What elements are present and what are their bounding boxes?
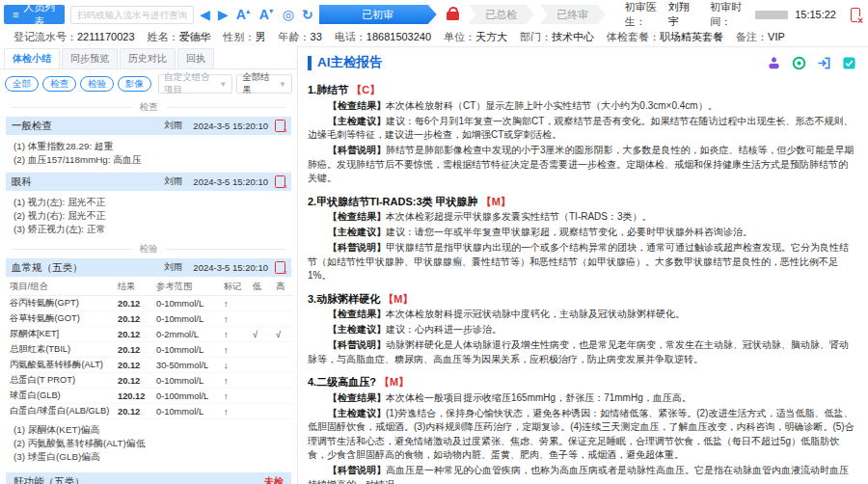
filter-pill[interactable]: 检查 bbox=[42, 76, 76, 92]
exam-item-header[interactable]: 血常规（五类）刘雨2024-3-5 15:20:10 bbox=[6, 258, 291, 277]
cell-low-flag bbox=[252, 342, 275, 358]
status-item[interactable]: 肝功能（五类）未检 bbox=[6, 472, 291, 484]
result-filter-select[interactable]: 全部结果 ▼ bbox=[236, 74, 292, 94]
cell-result: 20.12 bbox=[117, 342, 155, 358]
filter-pill[interactable]: 影像 bbox=[118, 76, 151, 92]
cell-result: 20.12 bbox=[117, 404, 155, 419]
cell-result: 20.12 bbox=[117, 358, 155, 373]
person-list-button[interactable]: ≡ 人员列表 bbox=[4, 5, 65, 24]
clipboard-check-icon[interactable] bbox=[842, 56, 856, 70]
report-paragraph: 【检查结果】本次体检彩超提示甲状腺多发囊实性结节（TI-RADS：3类）。 bbox=[308, 210, 856, 225]
exam-item-header[interactable]: 一般检查刘雨2024-3-5 15:20:10 bbox=[6, 117, 291, 135]
cell-high-flag bbox=[275, 296, 294, 311]
report-paragraph: 【检查结果】本次体检一般项目提示收缩压165mmHg，舒张压：71mmHg，血压… bbox=[308, 391, 856, 406]
cell-item-name: 球蛋白(GLB) bbox=[9, 389, 117, 404]
cell-high-flag bbox=[275, 311, 294, 327]
export-cancel-icon[interactable] bbox=[851, 8, 860, 22]
cell-high-flag bbox=[275, 342, 294, 358]
left-tab[interactable]: 历史对比 bbox=[120, 48, 176, 68]
cell-high-flag bbox=[275, 373, 294, 389]
arrow-up-icon: ↑ bbox=[223, 342, 252, 358]
cell-range: 0-10mmol/L bbox=[155, 373, 223, 389]
cell-low-flag bbox=[252, 389, 275, 404]
cell-item-name: 丙氨酸氨基转移酶(ALT) bbox=[9, 358, 117, 373]
cell-item-name: 谷草转氨酶(GOT) bbox=[9, 311, 117, 327]
table-header-cell: 高 bbox=[275, 279, 294, 296]
table-row: 总胆红素(TBIL)20.120-10mmol/L↑ bbox=[9, 342, 294, 358]
patient-field: 姓名：爱德华 bbox=[148, 30, 211, 44]
next-record-icon[interactable]: ▶ bbox=[218, 8, 229, 21]
robot-icon[interactable] bbox=[767, 56, 781, 70]
patient-field-label: 备注： bbox=[736, 31, 768, 42]
table-row: 球蛋白(GLB)120.120-100mmol/L↑ bbox=[9, 389, 294, 404]
status-step-final-review[interactable]: 已终审 bbox=[540, 5, 606, 24]
cell-range: 30-50mmol/L bbox=[155, 358, 223, 373]
exam-time: 2024-3-5 15:20:10 bbox=[193, 262, 268, 273]
exam-item-header[interactable]: 眼科刘雨2024-3-5 15:20:10 bbox=[6, 173, 291, 191]
section-divider: 检查 bbox=[12, 101, 285, 114]
table-row: 丙氨酸氨基转移酶(ALT)20.1230-50mmol/L↓ bbox=[9, 358, 294, 373]
arrow-up-icon: ↑ bbox=[223, 311, 252, 327]
prev-record-icon[interactable]: ◀ bbox=[200, 8, 210, 21]
combo-project-select[interactable]: 自定义组合项目 ▼ bbox=[158, 74, 232, 94]
abnormal-report-icon[interactable] bbox=[275, 261, 285, 274]
patient-field-label: 年龄： bbox=[279, 31, 311, 42]
cell-low-flag bbox=[252, 311, 275, 327]
title-accent-bar bbox=[308, 56, 312, 70]
cell-range: 0-10mmol/L bbox=[155, 404, 223, 419]
refresh-icon[interactable]: ↻ bbox=[302, 8, 313, 21]
filter-pill[interactable]: 全部 bbox=[5, 76, 39, 92]
font-decrease-icon[interactable]: A▼ bbox=[259, 8, 275, 21]
status-step-summary[interactable]: 已总检 bbox=[469, 5, 534, 24]
font-increase-icon[interactable]: A▲ bbox=[236, 8, 252, 21]
chevron-down-icon: ▼ bbox=[279, 80, 286, 89]
patient-field: 年龄：33 bbox=[279, 30, 322, 44]
report-title: AI主检报告 bbox=[317, 54, 383, 71]
left-tab[interactable]: 回执 bbox=[177, 48, 214, 68]
cell-item-name: 尿酮体[KET] bbox=[9, 327, 117, 342]
search-input[interactable] bbox=[70, 6, 194, 24]
review-date-redacted bbox=[755, 11, 788, 19]
ai-circle-icon[interactable] bbox=[792, 56, 806, 70]
report-body: 1.肺结节【C】【检查结果】本次体检放射科（CT）显示左肺上叶小实性结节（大小约… bbox=[308, 83, 856, 484]
patient-field-value: VIP bbox=[768, 31, 785, 42]
combo-project-select-value: 自定义组合项目 bbox=[164, 71, 216, 96]
report-item-title: 4.二级高血压?【M】 bbox=[308, 375, 856, 390]
report-item-tag: 【M】 bbox=[383, 293, 413, 305]
app-root: ≡ 人员列表 ◀ ▶ A▲ A▼ ◎ ↻ 已初审 已总检 已终审 初审医生： 刘… bbox=[0, 0, 868, 484]
exam-result-lines: (1) 视力(左): 屈光不正(2) 视力(右): 屈光不正(3) 矫正视力(左… bbox=[4, 193, 293, 240]
table-row: 总蛋白(T PROT)20.120-10mmol/L↑ bbox=[9, 373, 294, 389]
exam-result-line: (3) 球蛋白(GLB)偏高 bbox=[14, 450, 284, 464]
arrow-up-icon: ↑ bbox=[223, 389, 252, 404]
exam-result-line: (2) 视力(右): 屈光不正 bbox=[14, 209, 284, 223]
patient-field-label: 单位： bbox=[444, 31, 475, 42]
exam-item-title: 一般检查 bbox=[12, 120, 52, 133]
abnormal-report-icon[interactable] bbox=[275, 120, 285, 132]
patient-field-label: 姓名： bbox=[148, 31, 179, 42]
abnormal-report-icon[interactable] bbox=[275, 175, 285, 188]
exam-result-lines: (1) 体重指数28.29: 超重(2) 血压157/118mmHg: 高血压 bbox=[4, 137, 293, 171]
filter-pill[interactable]: 检验 bbox=[80, 76, 114, 92]
report-panel: AI主检报告 bbox=[298, 45, 868, 484]
arrow-up-icon: ↑ bbox=[223, 327, 252, 342]
locate-icon[interactable]: ◎ bbox=[283, 8, 294, 21]
status-item-title: 肝功能（五类） bbox=[14, 475, 85, 484]
report-paragraph-label: 【检查结果】 bbox=[328, 309, 386, 319]
cell-high-flag bbox=[275, 389, 294, 404]
report-item-title: 3.动脉粥样硬化【M】 bbox=[308, 292, 856, 307]
import-icon[interactable] bbox=[817, 56, 831, 70]
status-step-first-review[interactable]: 已初审 bbox=[319, 5, 437, 24]
lock-icon[interactable] bbox=[447, 12, 459, 20]
patient-field-value: 2211170023 bbox=[77, 31, 135, 42]
patient-field: 单位：天方大 bbox=[444, 30, 507, 44]
table-row: 尿酮体[KET]20.120-2mmol/L↑√√ bbox=[9, 327, 294, 342]
patient-field: 电话：18681503240 bbox=[335, 30, 431, 44]
report-paragraph-label: 【科普说明】 bbox=[328, 465, 386, 475]
left-tab[interactable]: 体检小结 bbox=[4, 48, 60, 68]
cell-high-flag bbox=[275, 358, 294, 373]
left-tab[interactable]: 同步预览 bbox=[62, 48, 118, 68]
report-paragraph-label: 【主检建议】 bbox=[328, 324, 386, 335]
cell-low-flag bbox=[252, 373, 275, 389]
arrow-up-icon: ↑ bbox=[223, 296, 252, 311]
report-item-title-text: 3.动脉粥样硬化 bbox=[308, 293, 380, 305]
